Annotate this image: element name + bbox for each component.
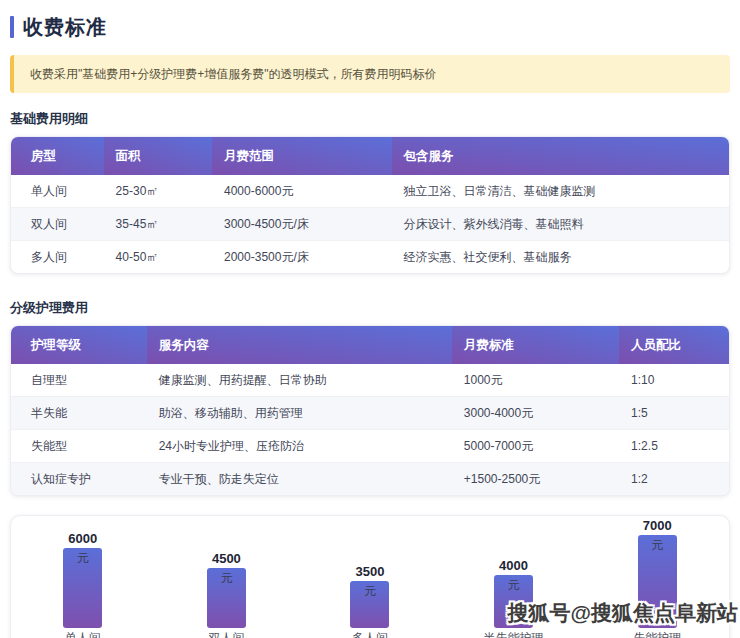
column-header: 面积	[104, 137, 212, 175]
section-title-basic-fees: 基础费用明细	[10, 110, 730, 128]
watermark: 搜狐号@搜狐焦点阜新站	[508, 599, 738, 627]
bar-value-label: 4500	[212, 551, 241, 566]
basic-fees-table: 房型面积月费范围包含服务单人间25-30㎡4000-6000元独立卫浴、日常清洁…	[10, 136, 730, 274]
table-cell: 认知症专护	[11, 463, 147, 495]
table-cell: 24小时专业护理、压疮防治	[147, 430, 452, 462]
bar-value-label: 7000	[643, 518, 672, 533]
chart-bar-group: 3500元多人间	[301, 564, 439, 638]
table-cell: 2000-3500元/床	[212, 241, 392, 273]
table-cell: 多人间	[11, 241, 104, 273]
table-cell: 4000-6000元	[212, 175, 392, 207]
title-accent-bar	[10, 16, 14, 38]
table-cell: 1:10	[619, 364, 729, 396]
table-cell: 1000元	[452, 364, 619, 396]
table-cell: 自理型	[11, 364, 147, 396]
bar-unit-label: 元	[638, 537, 677, 554]
table-body: 单人间25-30㎡4000-6000元独立卫浴、日常清洁、基础健康监测双人间35…	[11, 175, 729, 273]
table-cell: 双人间	[11, 208, 104, 240]
table-cell: 25-30㎡	[104, 175, 212, 207]
bar: 元	[350, 581, 389, 628]
bar-value-label: 3500	[356, 564, 385, 579]
column-header: 人员配比	[619, 326, 729, 364]
table-cell: 健康监测、用药提醒、日常协助	[147, 364, 452, 396]
bar-category-label: 双人间	[208, 631, 244, 638]
column-header: 月费标准	[452, 326, 619, 364]
table-cell: 专业干预、防走失定位	[147, 463, 452, 495]
table-cell: 1:2	[619, 463, 729, 495]
table-header-row: 护理等级服务内容月费标准人员配比	[11, 326, 729, 364]
care-fees-table: 护理等级服务内容月费标准人员配比自理型健康监测、用药提醒、日常协助1000元1:…	[10, 325, 730, 496]
bar-unit-label: 元	[350, 583, 389, 600]
section-title-care-fees: 分级护理费用	[10, 299, 730, 317]
table-cell: 40-50㎡	[104, 241, 212, 273]
chart-bar-group: 4500元双人间	[157, 551, 295, 638]
table-cell: 5000-7000元	[452, 430, 619, 462]
table-row: 失能型24小时专业护理、压疮防治5000-7000元1:2.5	[11, 429, 729, 462]
table-row: 半失能助浴、移动辅助、用药管理3000-4000元1:5	[11, 396, 729, 429]
table-cell: 助浴、移动辅助、用药管理	[147, 397, 452, 429]
chart-bar-group: 6000元单人间	[14, 531, 152, 638]
table-body: 自理型健康监测、用药提醒、日常协助1000元1:10半失能助浴、移动辅助、用药管…	[11, 364, 729, 495]
bar-unit-label: 元	[63, 550, 102, 567]
table-row: 自理型健康监测、用药提醒、日常协助1000元1:10	[11, 364, 729, 396]
bar-value-label: 4000	[499, 558, 528, 573]
bar-category-label: 多人间	[352, 631, 388, 638]
table-cell: 单人间	[11, 175, 104, 207]
table-cell: 3000-4000元	[452, 397, 619, 429]
column-header: 月费范围	[212, 137, 392, 175]
bar-category-label: 单人间	[65, 631, 101, 638]
table-cell: 独立卫浴、日常清洁、基础健康监测	[392, 175, 729, 207]
notice-text: 收费采用"基础费用+分级护理费+增值服务费"的透明模式，所有费用明码标价	[30, 67, 437, 81]
page: 收费标准 收费采用"基础费用+分级护理费+增值服务费"的透明模式，所有费用明码标…	[0, 0, 740, 638]
bar-unit-label: 元	[494, 577, 533, 594]
page-title: 收费标准	[23, 14, 107, 41]
column-header: 包含服务	[392, 137, 729, 175]
bar-unit-label: 元	[207, 570, 246, 587]
table-row: 多人间40-50㎡2000-3500元/床经济实惠、社交便利、基础服务	[11, 240, 729, 273]
table-cell: 35-45㎡	[104, 208, 212, 240]
table-cell: 1:5	[619, 397, 729, 429]
column-header: 房型	[11, 137, 104, 175]
column-header: 护理等级	[11, 326, 147, 364]
table-row: 单人间25-30㎡4000-6000元独立卫浴、日常清洁、基础健康监测	[11, 175, 729, 207]
bar-category-label: 半失能护理	[484, 631, 544, 638]
bar-category-label: 失能护理	[633, 631, 681, 638]
bar-value-label: 6000	[68, 531, 97, 546]
table-row: 认知症专护专业干预、防走失定位+1500-2500元1:2	[11, 462, 729, 495]
table-cell: 失能型	[11, 430, 147, 462]
notice-banner: 收费采用"基础费用+分级护理费+增值服务费"的透明模式，所有费用明码标价	[10, 55, 730, 93]
page-header: 收费标准	[10, 14, 730, 40]
table-cell: +1500-2500元	[452, 463, 619, 495]
table-cell: 3000-4500元/床	[212, 208, 392, 240]
table-cell: 分床设计、紫外线消毒、基础照料	[392, 208, 729, 240]
table-row: 双人间35-45㎡3000-4500元/床分床设计、紫外线消毒、基础照料	[11, 207, 729, 240]
table-cell: 半失能	[11, 397, 147, 429]
table-cell: 1:2.5	[619, 430, 729, 462]
bar: 元	[207, 568, 246, 628]
table-header-row: 房型面积月费范围包含服务	[11, 137, 729, 175]
table-cell: 经济实惠、社交便利、基础服务	[392, 241, 729, 273]
bar: 元	[63, 548, 102, 628]
column-header: 服务内容	[147, 326, 452, 364]
